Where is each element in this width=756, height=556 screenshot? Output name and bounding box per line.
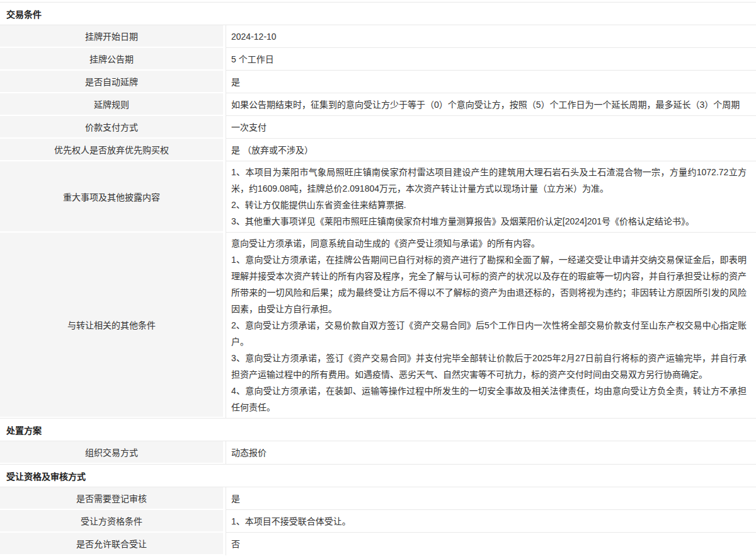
field-row: 是否自动延牌 是 <box>0 71 756 93</box>
value-paragraph: 3、其他重大事项详见《莱阳市照旺庄镇南侯家夼村堆方量测算报告》及烟莱阳价认定[2… <box>231 213 747 229</box>
field-label: 优先权人是否放弃优先购买权 <box>0 139 223 161</box>
field-value: 动态报价 <box>226 441 756 464</box>
value-paragraph: 否 <box>231 536 747 552</box>
section-rows: 是否需要登记审核 是 受让方资格条件 1、本项目不接受联合体受让。 是否允许联合… <box>0 487 756 555</box>
section-title: 交易条件 <box>0 2 756 25</box>
field-value: 否 <box>226 533 756 555</box>
field-label: 价款支付方式 <box>0 116 223 139</box>
field-value: 2024-12-10 <box>226 25 756 48</box>
value-paragraph: 2、意向受让方须承诺，交易价款自双方签订《资产交易合同》后5个工作日内一次性将全… <box>231 317 747 350</box>
value-paragraph: 5 个工作日 <box>231 51 747 67</box>
field-row: 重大事项及其他披露内容 1、本项目为莱阳市气象局照旺庄镇南侯家夼村雷达项目建设产… <box>0 161 756 233</box>
value-paragraph: 如果公告期结束时，征集到的意向受让方少于等于（0）个意向受让方，按照（5）个工作… <box>231 96 747 113</box>
field-label: 受让方资格条件 <box>0 510 223 533</box>
value-paragraph: 是 <box>231 74 747 90</box>
section-rows: 组织交易方式 动态报价 <box>0 441 756 464</box>
field-value: 如果公告期结束时，征集到的意向受让方少于等于（0）个意向受让方，按照（5）个工作… <box>226 93 756 116</box>
value-paragraph: 1、本项目不接受联合体受让。 <box>231 513 747 530</box>
field-row: 挂牌公告期 5 个工作日 <box>0 48 756 71</box>
value-paragraph: 意向受让方须承诺，同意系统自动生成的《资产受让须知与承诺》的所有内容。 <box>231 235 747 252</box>
field-label: 挂牌开始日期 <box>0 25 223 48</box>
field-value: 1、本项目不接受联合体受让。 <box>226 510 756 533</box>
field-value: 意向受让方须承诺，同意系统自动生成的《资产受让须知与承诺》的所有内容。 1、意向… <box>226 233 756 418</box>
field-label: 挂牌公告期 <box>0 48 223 71</box>
field-label: 是否允许联合受让 <box>0 533 223 555</box>
listing-detail-table: 交易条件 挂牌开始日期 2024-12-10 挂牌公告期 5 个工作日 是否自动… <box>0 2 756 555</box>
detail-section: 交易条件 挂牌开始日期 2024-12-10 挂牌公告期 5 个工作日 是否自动… <box>0 2 756 418</box>
field-value: 是 （放弃或不涉及） <box>226 139 756 161</box>
value-paragraph: 4、意向受让方须承诺，在装卸、运输等操作过程中所发生的一切安全事故及相关法律责任… <box>231 383 747 415</box>
value-paragraph: 2、转让方仅能提供山东省资金往来结算票据. <box>231 197 747 213</box>
field-row: 挂牌开始日期 2024-12-10 <box>0 25 756 48</box>
field-label: 与转让相关的其他条件 <box>0 233 223 418</box>
value-paragraph: 动态报价 <box>231 444 747 461</box>
field-label: 重大事项及其他披露内容 <box>0 161 223 233</box>
field-row: 是否允许联合受让 否 <box>0 533 756 555</box>
value-paragraph: 1、本项目为莱阳市气象局照旺庄镇南侯家夼村雷达项目建设产生的建筑用大理石岩石头及… <box>231 164 747 197</box>
field-row: 价款支付方式 一次支付 <box>0 116 756 139</box>
section-rows: 挂牌开始日期 2024-12-10 挂牌公告期 5 个工作日 是否自动延牌 是 … <box>0 25 756 418</box>
field-value: 是 <box>226 71 756 93</box>
value-paragraph: 一次支付 <box>231 119 747 136</box>
value-paragraph: 1、意向受让方须承诺，在挂牌公告期间已自行对标的资产进行了勘探和全面了解，一经递… <box>231 252 747 317</box>
section-title: 处置方案 <box>0 418 756 441</box>
field-label: 是否自动延牌 <box>0 71 223 93</box>
field-value: 5 个工作日 <box>226 48 756 71</box>
field-label: 是否需要登记审核 <box>0 487 223 510</box>
detail-section: 受让资格及审核方式 是否需要登记审核 是 受让方资格条件 1、本项目不接受联合体… <box>0 464 756 555</box>
field-row: 与转让相关的其他条件 意向受让方须承诺，同意系统自动生成的《资产受让须知与承诺》… <box>0 233 756 418</box>
value-paragraph: 2024-12-10 <box>231 28 747 45</box>
field-value: 一次支付 <box>226 116 756 139</box>
field-row: 优先权人是否放弃优先购买权 是 （放弃或不涉及） <box>0 139 756 161</box>
field-label: 延牌规则 <box>0 93 223 116</box>
field-value: 是 <box>226 487 756 510</box>
detail-section: 处置方案 组织交易方式 动态报价 <box>0 418 756 464</box>
field-row: 受让方资格条件 1、本项目不接受联合体受让。 <box>0 510 756 533</box>
field-row: 组织交易方式 动态报价 <box>0 441 756 464</box>
value-paragraph: 是 <box>231 490 747 507</box>
field-value: 1、本项目为莱阳市气象局照旺庄镇南侯家夼村雷达项目建设产生的建筑用大理石岩石头及… <box>226 161 756 233</box>
field-row: 延牌规则 如果公告期结束时，征集到的意向受让方少于等于（0）个意向受让方，按照（… <box>0 93 756 116</box>
field-label: 组织交易方式 <box>0 441 223 464</box>
field-row: 是否需要登记审核 是 <box>0 487 756 510</box>
section-title: 受让资格及审核方式 <box>0 464 756 487</box>
value-paragraph: 是 （放弃或不涉及） <box>231 142 747 158</box>
value-paragraph: 3、意向受让方须承诺，签订《资产交易合同》并支付完毕全部转让价款后于2025年2… <box>231 350 747 383</box>
